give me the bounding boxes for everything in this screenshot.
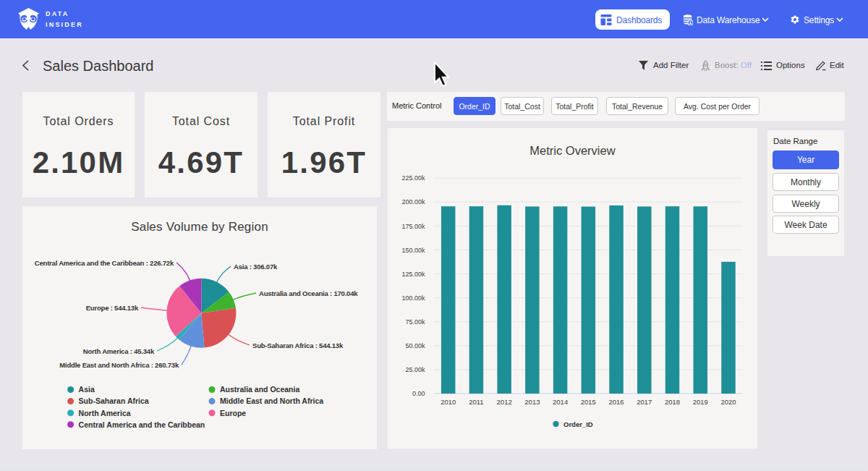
svg-text:2016: 2016 (609, 398, 624, 406)
svg-text:Australia and Oceania: Australia and Oceania (220, 385, 299, 394)
svg-text:Asia: Asia (79, 385, 95, 394)
svg-text:Sub-Saharan Africa : 544.13k: Sub-Saharan Africa : 544.13k (252, 341, 344, 349)
svg-text:150.00k: 150.00k (401, 247, 425, 254)
svg-text:225.00k: 225.00k (401, 174, 425, 182)
svg-text:2018: 2018 (665, 398, 680, 406)
svg-text:0.00: 0.00 (412, 390, 425, 397)
svg-text:Middle East and North Africa: Middle East and North Africa (220, 396, 323, 405)
svg-text:2015: 2015 (581, 398, 596, 406)
svg-text:Central America and the Caribb: Central America and the Caribbean : 226.… (35, 259, 174, 267)
svg-text:Central America and the Caribb: Central America and the Caribbean (79, 420, 205, 429)
svg-text:2017: 2017 (637, 398, 652, 406)
svg-text:2020: 2020 (720, 398, 736, 406)
svg-text:2014: 2014 (553, 398, 568, 406)
svg-text:2019: 2019 (693, 398, 708, 406)
svg-text:100.00k: 100.00k (401, 294, 425, 302)
svg-text:Middle East and North Africa :: Middle East and North Africa : 260.73k (59, 361, 179, 369)
svg-text:2012: 2012 (497, 398, 512, 406)
svg-text:25.00k: 25.00k (405, 366, 425, 373)
svg-text:125.00k: 125.00k (401, 271, 425, 278)
svg-text:Europe: Europe (220, 409, 246, 417)
svg-text:175.00k: 175.00k (401, 223, 425, 230)
svg-text:2010: 2010 (441, 398, 456, 406)
svg-text:Asia : 306.07k: Asia : 306.07k (234, 263, 278, 271)
svg-text:Sub-Saharan Africa: Sub-Saharan Africa (79, 396, 149, 405)
svg-text:75.00k: 75.00k (405, 318, 425, 326)
svg-text:50.00k: 50.00k (405, 342, 425, 349)
svg-text:Australia and Oceania : 170.04: Australia and Oceania : 170.04k (259, 289, 358, 297)
svg-text:North America : 45.34k: North America : 45.34k (83, 347, 155, 355)
svg-text:2013: 2013 (524, 398, 540, 406)
svg-text:2011: 2011 (469, 398, 483, 406)
svg-text:200.00k: 200.00k (401, 198, 425, 205)
svg-text:Europe : 544.13k: Europe : 544.13k (86, 304, 139, 312)
svg-text:North America: North America (79, 409, 131, 417)
svg-text:Order_ID: Order_ID (563, 420, 593, 428)
